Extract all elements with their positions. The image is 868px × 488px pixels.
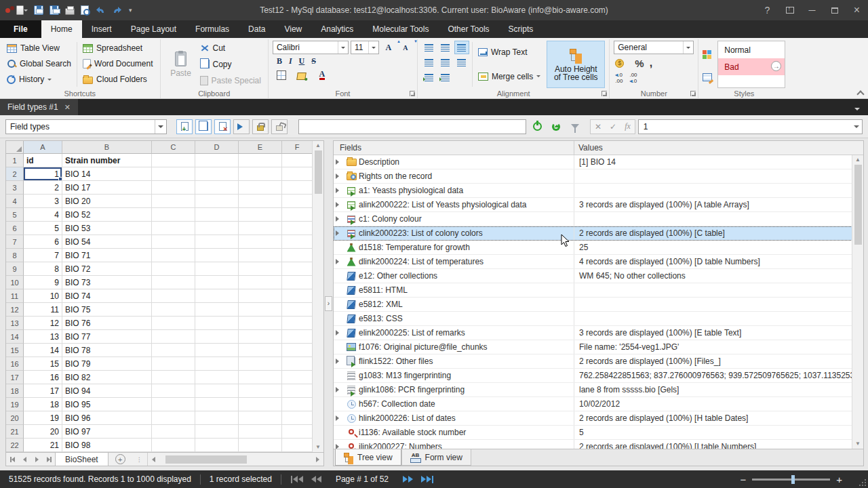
sheet-cell-B4[interactable]: BIO 20 (62, 195, 152, 208)
sheet-cell-C18[interactable] (152, 384, 195, 398)
sheet-cell-D19[interactable] (195, 398, 239, 411)
print-preview-icon[interactable] (81, 3, 89, 18)
add-sheet-icon[interactable]: + (115, 454, 125, 464)
row-header-4[interactable]: 4 (6, 195, 24, 208)
shrink-font-button[interactable]: A (398, 41, 413, 54)
sheet-cell-A10[interactable]: 9 (24, 276, 62, 289)
align-top-button[interactable] (422, 41, 437, 54)
close-tab-icon[interactable]: ✕ (64, 103, 71, 112)
bold-button[interactable]: B (277, 56, 282, 66)
conditional-formatting-icon[interactable] (703, 50, 712, 60)
vscroll-thumb[interactable] (315, 150, 322, 194)
app-menu-button[interactable] (16, 3, 28, 18)
sheet-cell-D13[interactable] (195, 317, 239, 330)
prev-page-icon[interactable] (309, 476, 324, 483)
sheet-cell-C8[interactable] (152, 249, 195, 262)
history-button[interactable]: History (4, 72, 74, 87)
sheet-cell-D17[interactable] (195, 371, 239, 384)
sheet-cell-C15[interactable] (152, 344, 195, 357)
grow-font-button[interactable]: A (381, 41, 396, 54)
row-header-15[interactable]: 15 (6, 344, 24, 357)
align-bottom-button[interactable] (454, 41, 469, 54)
align-right-button[interactable] (454, 56, 469, 69)
sheet-cell-C19[interactable] (152, 398, 195, 411)
expand-arrow-icon[interactable] (334, 444, 344, 449)
sheet-cell-D21[interactable] (195, 425, 239, 439)
expand-arrow-icon[interactable] (334, 230, 344, 236)
qat-customize-icon[interactable]: ▾ (129, 3, 132, 18)
sheet-cell-C13[interactable] (152, 317, 195, 330)
field-row[interactable]: c1: Colony colour (334, 212, 863, 226)
font-size-select[interactable]: 11 (351, 41, 379, 54)
first-sheet-icon[interactable] (6, 457, 18, 462)
sheet-cell-F5[interactable] (282, 208, 312, 222)
fields-vscroll-thumb[interactable] (854, 165, 862, 245)
currency-icon[interactable] (615, 59, 624, 68)
cancel-formula-icon[interactable]: ✕ (595, 122, 601, 131)
sheet-cell-E14[interactable] (239, 330, 282, 344)
sheet-cell-A20[interactable]: 19 (24, 411, 62, 425)
sheet-cell-A9[interactable]: 8 (24, 262, 62, 276)
sheet-cell-F15[interactable] (282, 344, 312, 357)
help-button[interactable]: ? (756, 0, 778, 20)
font-name-select[interactable]: Calibri (273, 41, 349, 54)
new-record-button[interactable] (176, 119, 193, 134)
sheet-cell-E5[interactable] (239, 208, 282, 222)
row-header-22[interactable]: 22 (6, 439, 24, 452)
sheet-cell-D1[interactable] (195, 154, 239, 167)
row-header-16[interactable]: 16 (6, 357, 24, 371)
expand-arrow-icon[interactable] (334, 159, 344, 165)
sheet-cell-D2[interactable] (195, 167, 239, 181)
sheet-cell-B19[interactable]: BIO 95 (62, 398, 152, 411)
sheet-cell-D3[interactable] (195, 181, 239, 195)
sheet-cell-C22[interactable] (152, 439, 195, 452)
ribbon-tab-home[interactable]: Home (41, 20, 82, 38)
sheet-cell-E9[interactable] (239, 262, 282, 276)
select-all-corner[interactable] (6, 141, 24, 154)
sheet-cell-F19[interactable] (282, 398, 312, 411)
record-type-select[interactable]: Field types (5, 119, 167, 134)
sheet-cell-E12[interactable] (239, 303, 282, 317)
sheet-cell-A2[interactable]: 1 (24, 167, 62, 181)
sheet-cell-C3[interactable] (152, 181, 195, 195)
prev-sheet-icon[interactable] (18, 457, 31, 462)
field-row[interactable]: flink1522: Other files2 records are disp… (334, 354, 863, 369)
collapse-ribbon-icon[interactable] (857, 90, 864, 96)
sheet-cell-C16[interactable] (152, 357, 195, 371)
sheet-cell-B11[interactable]: BIO 74 (62, 289, 152, 303)
field-row[interactable]: glink1086: PCR fingerprintinglane 8 from… (334, 383, 863, 397)
zoom-slider[interactable] (752, 479, 830, 481)
sheet-cell-F10[interactable] (282, 276, 312, 289)
sheet-cell-C17[interactable] (152, 371, 195, 384)
sheet-cell-C21[interactable] (152, 425, 195, 439)
sheet-cell-E19[interactable] (239, 398, 282, 411)
sheet-cell-D16[interactable] (195, 357, 239, 371)
sheet-cell-F12[interactable] (282, 303, 312, 317)
duplicate-record-button[interactable] (195, 119, 212, 134)
field-row[interactable]: f1076: Original picture@file_chunksFile … (334, 340, 863, 354)
sheet-cell-C2[interactable] (152, 167, 195, 181)
fields-vscrollbar[interactable]: ▲▼ (852, 155, 863, 449)
search-input[interactable] (298, 119, 526, 134)
spreadsheet-grid[interactable]: ABCDEF1idStrain number21BIO 1432BIO 1743… (6, 141, 312, 452)
paste-special-button[interactable]: Paste Special (197, 74, 264, 88)
sheet-cell-B20[interactable]: BIO 96 (62, 411, 152, 425)
decrease-indent-button[interactable] (422, 70, 437, 84)
zoom-in-icon[interactable]: + (836, 474, 842, 485)
sheet-cell-F2[interactable] (282, 167, 312, 181)
column-header-D[interactable]: D (195, 141, 239, 154)
strikethrough-button[interactable]: S (311, 56, 316, 66)
sheet-cell-C1[interactable] (152, 154, 195, 167)
sheet-cell-B1[interactable]: Strain number (62, 154, 152, 167)
field-row[interactable]: e5812: XML (334, 298, 863, 312)
sheet-cell-B5[interactable]: BIO 52 (62, 208, 152, 222)
borders-button[interactable] (274, 68, 289, 82)
sheet-cell-B17[interactable]: BIO 82 (62, 371, 152, 384)
ribbon-tab-molecular-tools[interactable]: Molecular Tools (363, 20, 438, 38)
sheet-cell-A4[interactable]: 3 (24, 195, 62, 208)
row-header-6[interactable]: 6 (6, 222, 24, 235)
sheet-cell-A1[interactable]: id (24, 154, 62, 167)
font-color-button[interactable]: A (315, 68, 330, 82)
splitter-collapse-icon[interactable]: › (325, 296, 332, 311)
sheet-cell-A3[interactable]: 2 (24, 181, 62, 195)
